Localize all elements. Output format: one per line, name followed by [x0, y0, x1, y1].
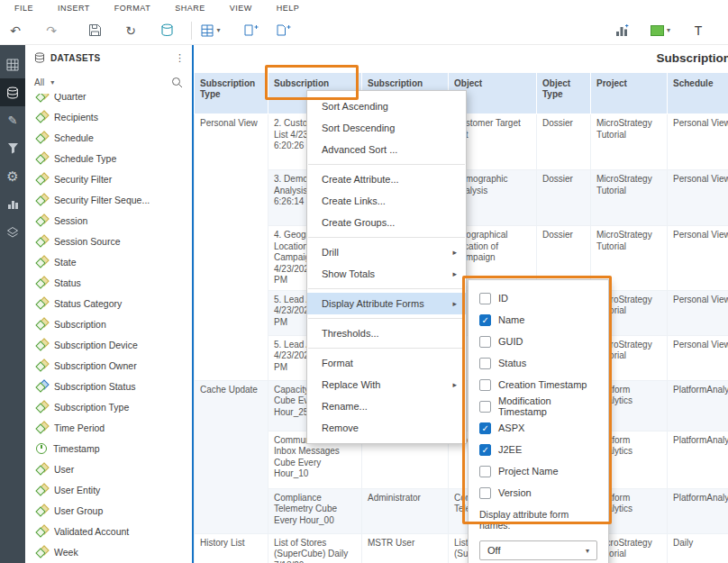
strip-grid-button[interactable]: [0, 50, 25, 78]
search-icon[interactable]: [171, 77, 183, 88]
column-header-schedule[interactable]: Schedule: [668, 73, 728, 114]
checkbox-row-status[interactable]: Status: [479, 352, 597, 374]
checkbox-row-name[interactable]: Name: [479, 309, 597, 331]
menu-item-create-groups[interactable]: Create Groups...: [307, 212, 466, 233]
dataset-item-week[interactable]: Week: [25, 541, 192, 562]
dataset-item-subscription-type[interactable]: Subscription Type: [25, 396, 192, 417]
checkbox-label: Creation Timestamp: [498, 379, 587, 390]
menu-share[interactable]: SHARE: [175, 4, 205, 13]
menu-item-create-links[interactable]: Create Links...: [307, 190, 466, 212]
checkbox-row-modification-timestamp[interactable]: Modification Timestamp: [479, 395, 597, 417]
menu-item-replace-with[interactable]: Replace With▸: [307, 374, 466, 395]
dataset-item-session[interactable]: Session: [25, 210, 192, 231]
strip-settings-button[interactable]: ⚙: [0, 162, 25, 190]
menu-item-drill[interactable]: Drill▸: [307, 241, 466, 263]
attribute-icon: [36, 359, 48, 371]
datasets-list: Quarter Recipients Schedule Schedule Typ…: [25, 86, 192, 562]
menu-item-sort-descending[interactable]: Sort Descending: [307, 117, 466, 139]
menu-item-advanced-sort[interactable]: Advanced Sort ...: [307, 139, 466, 160]
dataset-item-timestamp[interactable]: Timestamp: [25, 438, 192, 459]
dataset-item-label: Session Source: [54, 236, 121, 247]
cell-object-type: Dossier: [537, 114, 591, 170]
toolbar-separator: [191, 22, 192, 40]
cell-schedule: Personal View: [668, 170, 728, 226]
strip-datasets-button[interactable]: [0, 78, 25, 106]
checkbox-row-creation-timestamp[interactable]: Creation Timestamp: [479, 374, 597, 395]
dataset-item-session-source[interactable]: Session Source: [25, 231, 192, 251]
checkbox-row-project-name[interactable]: Project Name: [479, 460, 597, 482]
column-header-subscription-type[interactable]: Subscription Type: [195, 73, 268, 114]
dataset-item-label: Security Filter: [54, 174, 112, 185]
refresh-button[interactable]: ↻: [121, 20, 141, 41]
menu-help[interactable]: HELP: [277, 4, 300, 13]
attribute-icon: [36, 214, 48, 226]
certified-dataset-button[interactable]: [157, 20, 177, 41]
dataset-item-schedule[interactable]: Schedule: [25, 127, 192, 148]
dataset-item-user-group[interactable]: User Group: [25, 500, 192, 521]
menu-item-display-attribute-forms[interactable]: Display Attribute Forms▸: [307, 293, 466, 314]
dataset-item-state[interactable]: State: [25, 251, 192, 272]
checkbox-icon: [479, 336, 491, 348]
dataset-item-user-entity[interactable]: User Entity: [25, 479, 192, 500]
dataset-item-security-filter-seq[interactable]: Security Filter Seque...: [25, 189, 192, 210]
menu-insert[interactable]: INSERT: [58, 4, 90, 13]
save-button[interactable]: [85, 20, 105, 41]
kebab-menu-icon[interactable]: ⋮: [175, 52, 185, 64]
dataset-item-recipients[interactable]: Recipients: [25, 106, 192, 127]
row-header-cell: Cache Update: [195, 380, 268, 533]
column-header-object-type[interactable]: Object Type: [537, 73, 591, 114]
menu-view[interactable]: VIEW: [230, 4, 252, 13]
checkbox-label: GUID: [498, 336, 523, 347]
dataset-item-label: Time Period: [54, 422, 105, 433]
menu-item-rename[interactable]: Rename...: [307, 395, 466, 417]
column-header-project[interactable]: Project: [591, 73, 668, 114]
text-tool-button[interactable]: T: [688, 20, 708, 41]
insert-visualization-button[interactable]: ▾: [201, 20, 221, 41]
dataset-item-user[interactable]: User: [25, 459, 192, 479]
menu-file[interactable]: FILE: [14, 4, 33, 13]
menu-format[interactable]: FORMAT: [114, 4, 150, 13]
dataset-item-status[interactable]: Status: [25, 272, 192, 293]
text-tool-icon: T: [695, 23, 703, 38]
dataset-item-time-period[interactable]: Time Period: [25, 417, 192, 438]
menu-item-create-attribute[interactable]: Create Attribute...: [307, 168, 466, 190]
dataset-item-security-filter[interactable]: Security Filter: [25, 168, 192, 189]
dataset-item-subscription-owner[interactable]: Subscription Owner: [25, 355, 192, 376]
cell-owner: MSTR User: [362, 533, 449, 563]
checkbox-row-aspx[interactable]: ASPX: [479, 417, 597, 439]
dataset-item-status-category[interactable]: Status Category: [25, 293, 192, 313]
menu-item-format[interactable]: Format: [307, 352, 466, 374]
cell-schedule: PlatformAnalytics: [668, 380, 728, 431]
dataset-type-dropdown[interactable]: All ▾: [34, 77, 171, 87]
undo-button[interactable]: ↶: [5, 20, 25, 41]
dataset-item-subscription-status[interactable]: Subscription Status: [25, 376, 192, 396]
menu-item-remove[interactable]: Remove: [307, 417, 466, 439]
attribute-icon: [36, 256, 48, 268]
dataset-item-subscription[interactable]: Subscription: [25, 313, 192, 334]
cell-project: MicroStrategy Tutorial: [591, 170, 668, 226]
menu-item-sort-ascending[interactable]: Sort Ascending: [307, 95, 466, 117]
insert-page-button[interactable]: [241, 20, 260, 41]
visualization-gallery-button[interactable]: [613, 20, 632, 41]
checkbox-row-guid[interactable]: GUID: [479, 331, 597, 352]
checkbox-label: Project Name: [498, 466, 559, 477]
checkbox-row-j2ee[interactable]: J2EE: [479, 439, 597, 460]
dataset-item-validated-account[interactable]: Validated Account: [25, 521, 192, 541]
strip-visualizations-button[interactable]: [0, 190, 25, 218]
dataset-item-label: Status: [54, 277, 81, 288]
insert-chapter-button[interactable]: [273, 20, 293, 41]
checkbox-row-version[interactable]: Version: [479, 482, 597, 504]
redo-button[interactable]: ↷: [41, 20, 61, 41]
menu-item-show-totals[interactable]: Show Totals▸: [307, 263, 466, 285]
menu-separator: [308, 164, 465, 165]
checkbox-row-id[interactable]: ID: [479, 287, 597, 309]
strip-format-button[interactable]: ✎: [0, 106, 25, 134]
dataset-item-subscription-device[interactable]: Subscription Device: [25, 334, 192, 355]
strip-layers-button[interactable]: [0, 218, 25, 246]
form-names-dropdown[interactable]: Off ▾: [479, 540, 597, 560]
dataset-item-schedule-type[interactable]: Schedule Type: [25, 148, 192, 168]
strip-filter-button[interactable]: [0, 134, 25, 162]
menu-item-thresholds[interactable]: Thresholds...: [307, 322, 466, 344]
grid-title: Subscription: [656, 51, 728, 65]
fill-color-button[interactable]: ▾: [651, 20, 670, 41]
